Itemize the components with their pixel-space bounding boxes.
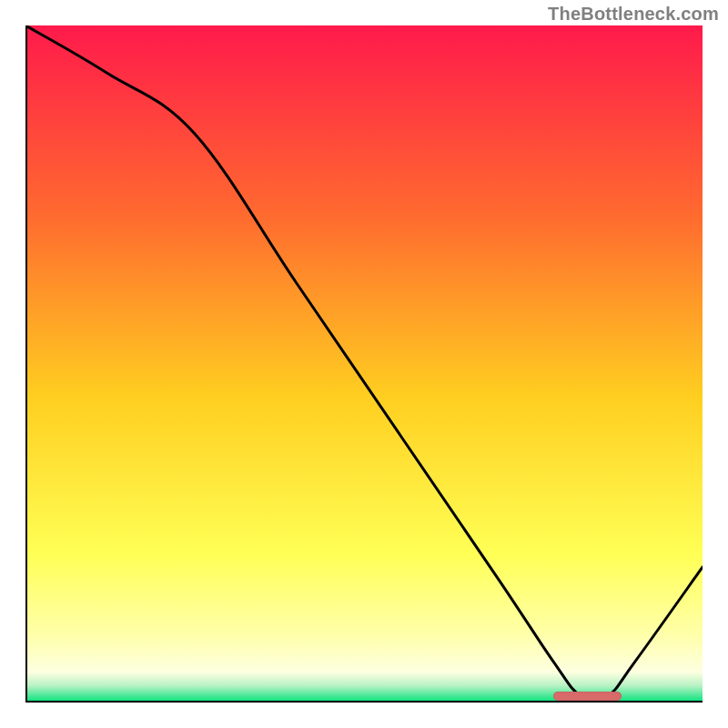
bottleneck-curve-chart	[25, 25, 703, 703]
chart-background	[25, 25, 703, 703]
attribution-text: TheBottleneck.com	[548, 4, 719, 25]
optimal-range-marker	[553, 692, 621, 701]
chart-plot-area	[25, 25, 703, 703]
